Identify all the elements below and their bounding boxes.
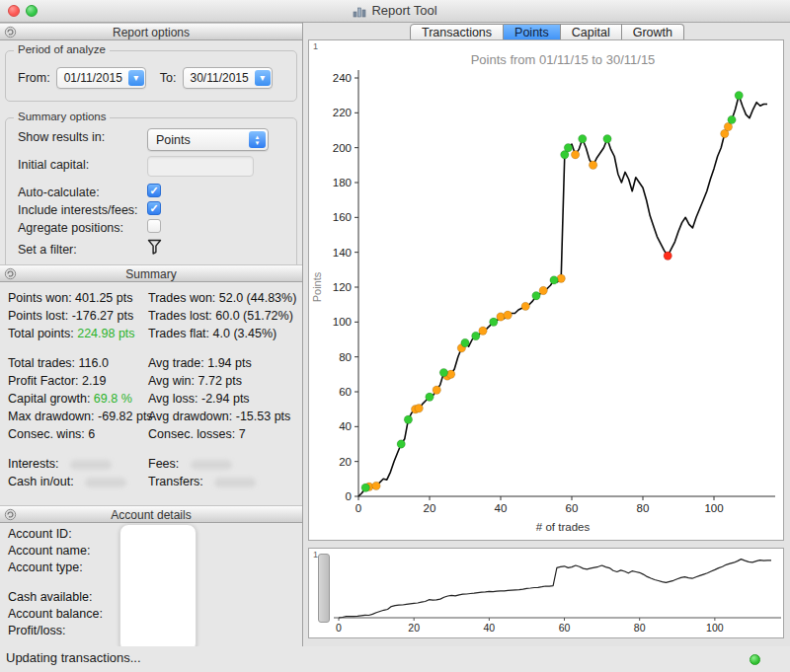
svg-text:# of trades: # of trades [536, 521, 591, 533]
close-window-button[interactable] [8, 5, 20, 17]
include-interests-label: Include interests/fees: [18, 203, 138, 217]
stat-capital-growth: Capital growth: 69.8 % [8, 390, 148, 408]
svg-text:140: 140 [333, 247, 352, 259]
svg-text:40: 40 [495, 502, 508, 514]
summary-title: Summary [125, 267, 176, 281]
auto-calculate-checkbox[interactable] [147, 184, 161, 197]
to-date-combobox[interactable]: 30/11/2015 [183, 67, 273, 89]
summary-grid: Points won: 401.25 ptsTrades won: 52.0 (… [8, 289, 300, 490]
summary-header: Summary [0, 264, 302, 282]
stat-interests: Interests: [8, 455, 148, 473]
stat-points-won: Points won: 401.25 pts [8, 289, 148, 307]
svg-text:100: 100 [704, 502, 723, 514]
svg-text:220: 220 [333, 107, 352, 118]
svg-text:160: 160 [333, 211, 352, 223]
dropdown-arrow-icon [255, 70, 271, 86]
set-filter-label: Set a filter: [18, 243, 77, 257]
main-chart-panel: 1 Points from 01/11/15 to 30/11/15020406… [308, 39, 784, 541]
window-title: Report Tool [371, 0, 436, 22]
svg-text:40: 40 [339, 420, 352, 432]
overview-slider-handle[interactable] [318, 554, 330, 623]
stat-consec-losses: Consec. losses: 7 [148, 425, 300, 443]
stat-cash-in-out: Cash in/out: [8, 473, 148, 490]
svg-text:80: 80 [634, 622, 646, 634]
show-results-dropdown[interactable]: Points [147, 128, 269, 151]
svg-text:20: 20 [424, 502, 436, 514]
period-legend: Period of analyze [14, 43, 110, 55]
report-view: TransactionsPointsCapitalGrowth 1 Points… [304, 23, 790, 646]
from-date-combobox[interactable]: 01/11/2015 [56, 67, 146, 89]
filter-funnel-icon[interactable] [147, 239, 162, 255]
period-group: Period of analyze From: 01/11/2015 To: 3… [5, 50, 297, 102]
svg-text:100: 100 [333, 316, 352, 328]
stat-trades-lost: Trades lost: 60.0 (51.72%) [148, 307, 300, 325]
stat-profit-factor: Profit Factor: 2.19 [8, 372, 148, 390]
blurred-value [214, 478, 256, 487]
app-chart-icon [353, 5, 366, 18]
from-date-value: 01/11/2015 [64, 71, 122, 85]
stat-transfers: Transfers: [148, 473, 300, 490]
svg-text:180: 180 [333, 177, 352, 188]
svg-text:Points from 01/11/15 to 30/11/: Points from 01/11/15 to 30/11/15 [471, 52, 656, 67]
zoom-window-button[interactable] [26, 5, 38, 17]
initial-capital-label: Initial capital: [18, 158, 89, 172]
stat-trades-flat: Trades flat: 4.0 (3.45%) [148, 325, 300, 342]
summary-options-group: Summary options Show results in: Points … [5, 117, 297, 269]
blurred-value [70, 460, 112, 470]
section-icon [4, 508, 17, 521]
svg-text:60: 60 [559, 622, 571, 634]
dropdown-arrow-icon [128, 70, 144, 86]
spacer [8, 576, 103, 589]
stat-avg-drawdown: Avg drawdown: -15.53 pts [148, 408, 300, 425]
svg-text:60: 60 [566, 502, 579, 514]
tab-bar-wrap: TransactionsPointsCapitalGrowth [304, 23, 790, 40]
aggregate-positions-checkbox[interactable] [147, 219, 161, 233]
initial-capital-field[interactable] [147, 156, 254, 177]
auto-calculate-label: Auto-calculate: [18, 186, 100, 199]
account-field-label: Account type: [8, 560, 103, 576]
section-icon [4, 267, 17, 280]
include-interests-checkbox[interactable] [147, 201, 161, 215]
svg-text:0: 0 [346, 490, 352, 502]
stat-avg-loss: Avg loss: -2.94 pts [148, 390, 300, 408]
svg-text:100: 100 [706, 622, 724, 634]
svg-text:40: 40 [484, 622, 496, 634]
summary-options-legend: Summary options [14, 111, 110, 122]
options-sidebar: Report options Period of analyze From: 0… [0, 23, 303, 646]
aggregate-positions-label: Agregate positions: [18, 221, 123, 235]
spacer [8, 443, 148, 455]
main-chart-svg: Points from 01/11/15 to 30/11/1502040608… [309, 40, 783, 540]
svg-text:120: 120 [333, 281, 352, 293]
account-details-title: Account details [111, 508, 191, 522]
account-field-label: Cash available: [8, 589, 103, 606]
overview-chart-svg: 020406080100 [309, 549, 783, 637]
stat-total-trades: Total trades: 116.0 [8, 354, 148, 372]
svg-text:80: 80 [637, 502, 650, 514]
stat-trades-won: Trades won: 52.0 (44.83%) [148, 289, 300, 307]
privacy-card [119, 524, 197, 652]
blurred-value [85, 478, 126, 487]
stat-total-points: Total points: 224.98 pts [8, 325, 148, 342]
show-results-label: Show results in: [18, 130, 105, 144]
popup-arrows-icon [249, 131, 266, 148]
spacer [148, 342, 300, 354]
status-bar: Updating transactions... [0, 646, 790, 672]
to-date-value: 30/11/2015 [191, 71, 249, 85]
stat-consec-wins: Consec. wins: 6 [8, 425, 148, 443]
svg-text:60: 60 [339, 386, 352, 398]
overview-chart-panel: 1 020406080100 [308, 548, 784, 638]
svg-text:0: 0 [356, 502, 361, 514]
account-field-label: Profit/loss: [8, 623, 103, 639]
spacer [148, 443, 300, 455]
connection-status-icon [750, 654, 760, 665]
main-slider-label: 1 [313, 41, 318, 51]
account-field-label: Account balance: [8, 606, 103, 623]
show-results-value: Points [156, 133, 191, 147]
stat-max-drawdown: Max drawdown: -69.82 pts [8, 408, 148, 425]
stat-points-lost: Points lost: -176.27 pts [8, 307, 148, 325]
svg-text:200: 200 [333, 142, 352, 154]
report-options-title: Report options [113, 26, 190, 39]
to-label: To: [160, 71, 177, 85]
app-window: Report Tool Report options Period of ana… [0, 0, 790, 672]
svg-text:Points: Points [311, 271, 323, 302]
